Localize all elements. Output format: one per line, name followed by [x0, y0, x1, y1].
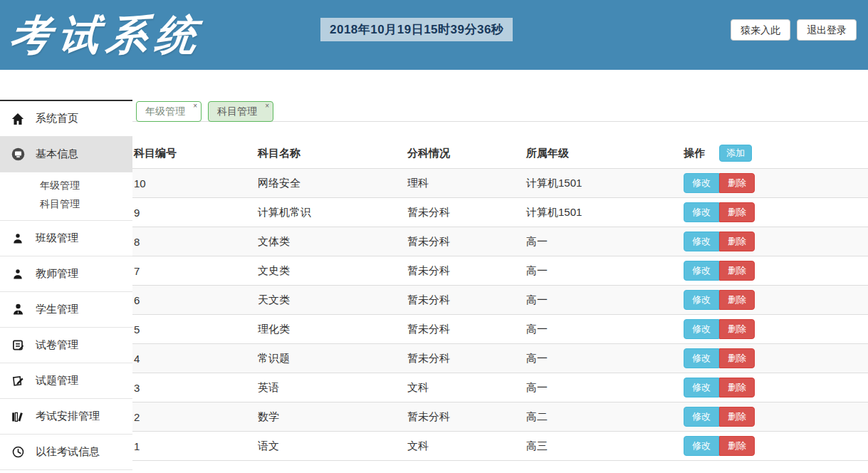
cell-grade: 计算机1501	[525, 169, 682, 198]
delete-button[interactable]: 删除	[719, 436, 755, 456]
close-icon[interactable]: ×	[193, 102, 197, 110]
cell-grade: 高一	[525, 227, 682, 256]
cell-division-status: 暂未分科	[406, 286, 525, 315]
sidebar-item-exam-paper-management[interactable]: 试卷管理	[0, 328, 132, 363]
clock-icon	[11, 446, 25, 458]
table-row: 8 文体类 暂未分科 高一 修改 删除	[132, 227, 868, 256]
books-icon	[11, 411, 25, 422]
cell-subject-id: 10	[132, 169, 256, 198]
cell-grade: 高一	[525, 286, 682, 315]
tab-bar: 年级管理 × 科目管理 ×	[132, 101, 868, 122]
cell-subject-id: 7	[132, 256, 256, 286]
edit-button[interactable]: 修改	[684, 173, 719, 193]
subject-table-body: 10 网络安全 理科 计算机1501 修改 删除 9 计算机常识 暂未分科 计算…	[132, 169, 868, 461]
paper-lines-icon	[11, 339, 25, 351]
sidebar-item-label: 试题管理	[36, 374, 78, 388]
subject-table: 科目编号 科目名称 分科情况 所属年级 操作 添加 10 网络安全 理	[132, 138, 868, 461]
edit-button[interactable]: 修改	[684, 436, 719, 456]
cell-division-status: 暂未分科	[406, 198, 525, 227]
cell-subject-name: 数学	[256, 402, 406, 432]
cell-subject-id: 6	[132, 286, 256, 315]
edit-button[interactable]: 修改	[684, 290, 719, 310]
table-row: 10 网络安全 理科 计算机1501 修改 删除	[132, 169, 868, 198]
cell-operations: 修改 删除	[682, 315, 868, 344]
cell-grade: 高一	[525, 344, 682, 373]
cell-grade: 高三	[525, 432, 682, 461]
cell-grade: 高一	[525, 256, 682, 286]
logout-button[interactable]: 退出登录	[797, 19, 857, 41]
sidebar-item-student-management[interactable]: 学生管理	[0, 292, 132, 328]
cell-operations: 修改 删除	[682, 256, 868, 286]
sidebar-item-past-exam-info[interactable]: 以往考试信息	[0, 435, 132, 470]
edit-button[interactable]: 修改	[684, 202, 719, 222]
table-row: 1 语文 文科 高三 修改 删除	[132, 432, 868, 461]
sidebar-item-home[interactable]: 系统首页	[0, 101, 132, 137]
cell-subject-name: 文体类	[256, 227, 406, 256]
cell-subject-id: 2	[132, 402, 256, 432]
cell-subject-id: 1	[132, 432, 256, 461]
table-row: 4 常识题 暂未分科 高一 修改 删除	[132, 344, 868, 373]
cell-division-status: 暂未分科	[406, 402, 525, 432]
submenu-item-grade-management[interactable]: 年级管理	[0, 176, 132, 194]
yuan-lai-ru-ci-button[interactable]: 猿来入此	[731, 19, 790, 41]
main-content: 年级管理 × 科目管理 × 科目编号 科目名称 分科情况 所属年级	[132, 101, 868, 461]
cell-subject-name: 英语	[256, 373, 406, 402]
cell-division-status: 暂未分科	[406, 227, 525, 256]
column-header-operations: 操作 添加	[682, 138, 868, 169]
sidebar-item-exam-schedule-management[interactable]: 考试安排管理	[0, 399, 132, 435]
student-icon	[11, 303, 25, 316]
operations-label: 操作	[684, 147, 705, 160]
app-logo: 考试系统	[0, 14, 206, 56]
tab-label: 年级管理	[145, 105, 185, 117]
column-header-grade: 所属年级	[525, 138, 682, 169]
cell-subject-name: 天文类	[256, 286, 406, 315]
tab-grade-management[interactable]: 年级管理 ×	[136, 101, 202, 122]
sidebar-item-teacher-management[interactable]: 教师管理	[0, 256, 132, 292]
edit-button[interactable]: 修改	[684, 319, 719, 339]
delete-button[interactable]: 删除	[719, 232, 755, 251]
cell-subject-name: 常识题	[256, 344, 406, 373]
cell-division-status: 暂未分科	[406, 256, 525, 286]
delete-button[interactable]: 删除	[719, 290, 755, 310]
table-row: 6 天文类 暂未分科 高一 修改 删除	[132, 286, 868, 315]
edit-button[interactable]: 修改	[684, 378, 719, 397]
monitor-circle-icon	[11, 147, 25, 161]
cell-subject-name: 文史类	[256, 256, 406, 286]
edit-button[interactable]: 修改	[684, 348, 719, 368]
tab-subject-management[interactable]: 科目管理 ×	[208, 101, 273, 122]
sidebar-item-basic-info[interactable]: 基本信息	[0, 137, 132, 172]
person-icon	[11, 233, 25, 244]
sidebar-item-label: 以往考试信息	[36, 445, 100, 459]
edit-button[interactable]: 修改	[684, 232, 719, 251]
cell-division-status: 文科	[406, 432, 525, 461]
cell-operations: 修改 删除	[682, 227, 868, 256]
cell-grade: 高一	[525, 373, 682, 402]
cell-operations: 修改 删除	[682, 286, 868, 315]
delete-button[interactable]: 删除	[719, 319, 755, 339]
sidebar-item-question-management[interactable]: 试题管理	[0, 363, 132, 399]
table-row: 2 数学 暂未分科 高二 修改 删除	[132, 402, 868, 432]
sidebar-item-label: 基本信息	[36, 147, 78, 161]
delete-button[interactable]: 删除	[719, 173, 755, 193]
datetime-display: 2018年10月19日15时39分36秒	[320, 18, 513, 41]
cell-operations: 修改 删除	[682, 432, 868, 461]
close-icon[interactable]: ×	[265, 102, 269, 110]
delete-button[interactable]: 删除	[719, 348, 755, 368]
submenu-item-subject-management[interactable]: 科目管理	[0, 194, 132, 213]
edit-button[interactable]: 修改	[684, 261, 719, 281]
cell-grade: 计算机1501	[525, 198, 682, 227]
delete-button[interactable]: 删除	[719, 407, 755, 427]
cell-subject-name: 语文	[256, 432, 406, 461]
cell-grade: 高一	[525, 315, 682, 344]
edit-button[interactable]: 修改	[684, 407, 719, 427]
delete-button[interactable]: 删除	[719, 202, 755, 222]
person-icon	[11, 269, 25, 280]
cell-division-status: 暂未分科	[406, 315, 525, 344]
sidebar-item-class-management[interactable]: 班级管理	[0, 221, 132, 256]
delete-button[interactable]: 删除	[719, 378, 755, 397]
delete-button[interactable]: 删除	[719, 261, 755, 281]
add-button[interactable]: 添加	[719, 145, 752, 162]
cell-subject-id: 4	[132, 344, 256, 373]
column-header-subject-id: 科目编号	[132, 138, 256, 169]
sidebar: 系统首页 基本信息 年级管理 科目管理 班级管理 教师管理	[0, 100, 132, 470]
